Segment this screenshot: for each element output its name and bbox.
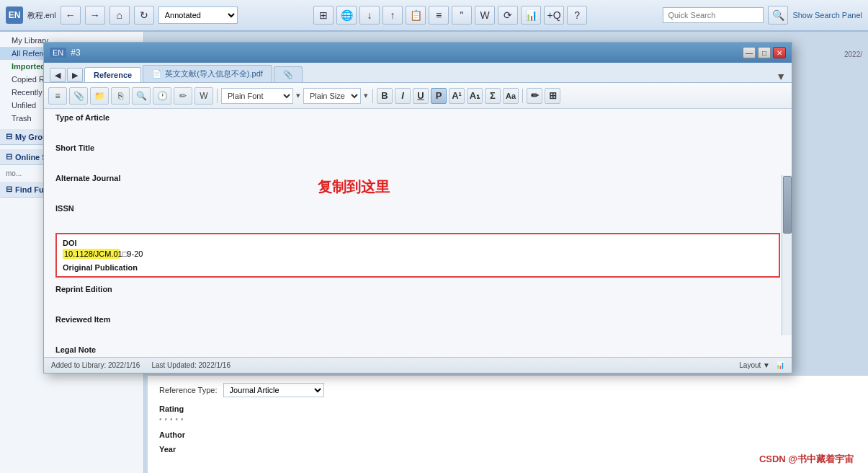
toolbar-sep-2	[372, 89, 373, 103]
modal-scrollbar[interactable]	[782, 175, 792, 335]
app-header: EN 教程.enl ← → ⌂ ↻ Annotated ⊞ 🌐 ↓ ↑ 📋 ≡ …	[0, 0, 868, 32]
ref-type-select[interactable]: Journal Article	[223, 383, 324, 397]
tab-pdf-icon: 📄	[152, 69, 162, 79]
app-title: 教程.enl	[27, 10, 56, 21]
attach-icon: 📎	[283, 70, 293, 79]
tab-reference-label: Reference	[94, 71, 132, 79]
home-btn[interactable]: ⌂	[109, 6, 130, 25]
modal-statusbar: Added to Library: 2022/1/16 Last Updated…	[44, 357, 792, 373]
toolbar-btn-3[interactable]: ↓	[359, 6, 380, 25]
statusbar-updated: Last Updated: 2022/1/16	[151, 361, 231, 369]
modal-content: 复制到这里 Type of Article Short Title Altern…	[44, 109, 792, 357]
font-dropdown-icon: ▾	[296, 91, 300, 100]
table-btn[interactable]: ⊞	[545, 88, 560, 104]
modal-title-left: EN #3	[50, 48, 81, 58]
ref-type-label: Reference Type:	[159, 386, 218, 394]
author-label: Author	[159, 430, 856, 439]
size-dropdown-icon: ▾	[364, 91, 368, 100]
maximize-btn[interactable]: □	[758, 47, 771, 58]
forward-btn[interactable]: →	[85, 6, 105, 25]
tab-pdf-label: 英文文献(导入信息不全).pdf	[165, 68, 263, 79]
toolbar-btn-6[interactable]: ≡	[429, 6, 449, 25]
tab-forward-btn[interactable]: ▶	[67, 68, 83, 82]
ref-type-row: Reference Type: Journal Article	[159, 383, 856, 397]
year-label: Year	[159, 445, 856, 454]
size-select[interactable]: Plain Size	[303, 88, 361, 104]
field-legal-note: Legal Note	[44, 341, 792, 357]
doi-section: DOI 10.1128/JCM.01□9-20 Original Publica…	[55, 233, 780, 278]
field-short-title: Short Title	[44, 139, 792, 169]
show-search-panel-btn[interactable]: Show Search Panel	[792, 11, 862, 19]
statusbar-chart-icon[interactable]: 📊	[776, 361, 784, 369]
case-btn[interactable]: Aa	[503, 88, 519, 104]
modal-title-text: #3	[71, 48, 80, 58]
toolbar-attach-btn[interactable]: 📎	[69, 87, 88, 105]
toolbar-btn-9[interactable]: ⟳	[498, 6, 518, 25]
star-2[interactable]: •	[165, 415, 168, 423]
sigma-btn[interactable]: Σ	[485, 88, 501, 104]
italic-btn[interactable]: I	[395, 88, 411, 104]
tab-reference[interactable]: Reference	[84, 67, 141, 82]
rating-label: Rating	[159, 405, 856, 413]
star-3[interactable]: •	[170, 415, 173, 423]
doi-value[interactable]: 10.1128/JCM.01□9-20	[63, 249, 144, 259]
last-updated-label: 2022/	[844, 50, 862, 58]
app-icon: EN	[6, 6, 23, 24]
search-icon[interactable]: 🔍	[768, 6, 788, 25]
toolbar-sep-3	[522, 89, 523, 103]
modal-app-icon: EN	[50, 48, 66, 58]
close-btn[interactable]: ✕	[773, 47, 786, 58]
toolbar-btn-1[interactable]: ⊞	[313, 6, 334, 25]
field-type-of-article: Type of Article	[44, 109, 792, 139]
toolbar-clock-btn[interactable]: 🕐	[153, 87, 171, 105]
toolbar-btn-4[interactable]: ↑	[382, 6, 403, 25]
toolbar-notes-btn[interactable]: ≡	[48, 87, 67, 105]
modal-tabs: ◀ ▶ Reference 📄 英文文献(导入信息不全).pdf 📎 ▼	[44, 63, 792, 83]
toolbar-folder-btn[interactable]: 📁	[90, 87, 109, 105]
highlight-btn[interactable]: P	[431, 88, 447, 104]
tab-pdf[interactable]: 📄 英文文献(导入信息不全).pdf	[143, 65, 272, 82]
bold-btn[interactable]: B	[377, 88, 393, 104]
modal-title-bar: EN #3 — □ ✕	[44, 43, 792, 63]
toolbar-btn-5[interactable]: 📋	[406, 6, 426, 25]
statusbar-layout[interactable]: Layout ▼	[739, 361, 770, 369]
tab-back-btn[interactable]: ◀	[50, 68, 66, 82]
field-alternate-journal: Alternate Journal	[44, 169, 792, 200]
toolbar-word-btn[interactable]: W	[194, 87, 213, 105]
superscript-btn[interactable]: A¹	[449, 88, 465, 104]
toolbar-btn-2[interactable]: 🌐	[336, 6, 357, 25]
minimize-btn[interactable]: —	[743, 47, 756, 58]
subscript-btn[interactable]: A₁	[467, 88, 483, 104]
toolbar-btn-7[interactable]: "	[452, 6, 472, 25]
toolbar-edit-btn[interactable]: ✏	[174, 87, 192, 105]
scrollbar-thumb[interactable]	[783, 176, 792, 234]
toolbar-btn-12[interactable]: ?	[567, 6, 587, 25]
star-5[interactable]: •	[181, 415, 184, 423]
quick-search-input[interactable]	[663, 7, 764, 23]
modal-window-controls: — □ ✕	[743, 47, 786, 58]
chinese-annotation: 复制到这里	[318, 177, 390, 197]
toolbar-search-btn[interactable]: 🔍	[132, 87, 151, 105]
star-4[interactable]: •	[176, 415, 179, 423]
star-1[interactable]: •	[159, 415, 162, 423]
field-reprint-edition: Reprint Edition	[44, 280, 792, 311]
modal-toolbar: ≡ 📎 📁 ⎘ 🔍 🕐 ✏ W Plain Font ▾ Plain Size …	[44, 83, 792, 109]
font-select[interactable]: Plain Font	[221, 88, 293, 104]
toolbar-btn-11[interactable]: +Q	[544, 6, 564, 25]
tab-attach[interactable]: 📎	[274, 66, 303, 82]
csdn-watermark: CSDN @书中藏着宇宙	[759, 453, 854, 466]
underline-btn[interactable]: U	[413, 88, 429, 104]
refresh-btn[interactable]: ↻	[134, 6, 154, 25]
rating-row: Rating • • • • •	[159, 405, 856, 423]
toolbar-copy-btn[interactable]: ⎘	[111, 87, 130, 105]
field-issn: ISSN	[44, 200, 792, 230]
toolbar-btn-10[interactable]: 📊	[521, 6, 541, 25]
toolbar-sep-1	[217, 89, 218, 103]
dropdown-btn[interactable]: ▼	[776, 71, 786, 82]
edit2-btn[interactable]: ✏	[527, 88, 542, 104]
statusbar-added: Added to Library: 2022/1/16	[51, 361, 140, 369]
back-btn[interactable]: ←	[61, 6, 81, 25]
annotated-select[interactable]: Annotated	[158, 6, 238, 24]
rating-stars: • • • • •	[159, 415, 856, 423]
toolbar-btn-8[interactable]: W	[475, 6, 495, 25]
